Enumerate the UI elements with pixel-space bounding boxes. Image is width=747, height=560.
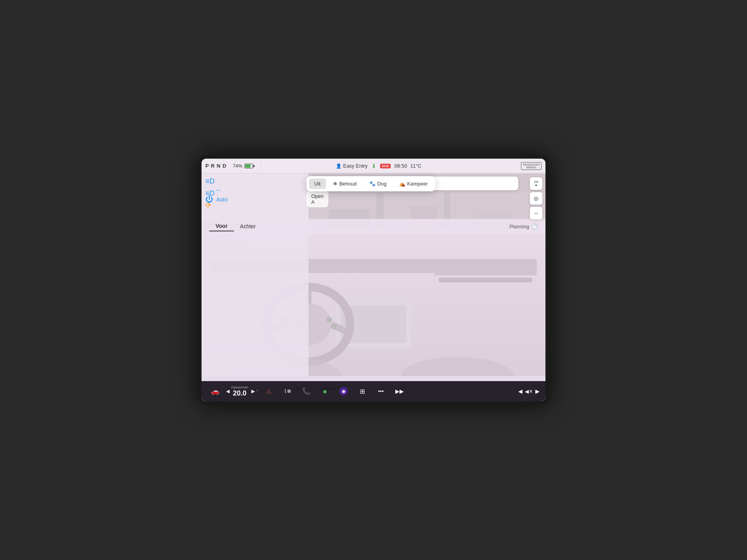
climate-option-dog[interactable]: 🐾 Dog (364, 178, 392, 189)
power-button[interactable]: ⏻ (205, 195, 213, 204)
airbag-line1: PASSENGER (523, 163, 540, 166)
battery-body (244, 164, 253, 168)
nav-next[interactable]: ▶ (535, 388, 540, 394)
power-section[interactable]: ⏻ Auto (205, 195, 228, 204)
battery-section: 74% (233, 163, 254, 169)
temperature-section: ◀ Opwarmen 20.0 ▶ ° (226, 385, 258, 397)
open-a-button[interactable]: OpenA (307, 191, 328, 207)
tesla-screen: P R N D 74% 👤 Easy Entry ⬇ SOS (202, 159, 545, 401)
behoud-label: Behoud (339, 181, 357, 187)
spotify-icon: ● (323, 387, 327, 396)
open-a-label: OpenA (311, 193, 324, 205)
screen-container: P R N D 74% 👤 Easy Entry ⬇ SOS (198, 156, 549, 404)
camera-icon: ◉ (339, 387, 348, 396)
battery-percent: 74% (233, 163, 242, 169)
download-icon: ⬇ (372, 163, 376, 169)
climate-option-uit[interactable]: Uit (309, 178, 326, 189)
sos-badge[interactable]: SOS (380, 164, 391, 168)
profile-section[interactable]: 👤 Easy Entry (336, 163, 368, 169)
compass-arrow: ▲ (535, 183, 538, 187)
icon-row: ≡D ≡D⌒ ⟳ (205, 177, 305, 210)
hvac-tab-achter[interactable]: Achter (234, 222, 262, 231)
status-bar: P R N D 74% 👤 Easy Entry ⬇ SOS (202, 159, 545, 173)
car-icon: 🚗 (211, 387, 219, 396)
media-button[interactable]: ▶▶ (392, 384, 407, 398)
passenger-airbag-indicator: PASSENGER AIRBAG (521, 162, 542, 170)
volume-control[interactable]: ◀✕ (525, 388, 533, 394)
more-button[interactable]: ••• (373, 384, 389, 398)
battery-fill (245, 164, 250, 168)
planning-button[interactable]: Planning 🕐 (509, 224, 538, 229)
map-layer-button[interactable]: ↔ (530, 207, 542, 219)
auto-label: Auto (216, 196, 228, 203)
open-a-panel: OpenA (307, 191, 328, 207)
right-arrow-temp[interactable]: ▶ (251, 388, 255, 394)
compass-direction: ZW (534, 180, 538, 183)
phone-icon: 📞 (302, 387, 310, 396)
outside-temp: 11°C (410, 163, 421, 169)
defrost-front-taskbar[interactable]: ⌇❄ (280, 384, 295, 398)
svg-rect-27 (434, 268, 537, 275)
media-icon: ▶▶ (395, 388, 404, 394)
left-arrow-temp[interactable]: ◀ (226, 388, 230, 394)
planning-label: Planning (509, 224, 529, 229)
svg-point-25 (326, 317, 332, 322)
taskbar-right: ◀ ◀✕ ▶ (518, 388, 540, 394)
temp-display: Opwarmen 20.0 (231, 385, 248, 397)
compass-button[interactable]: ZW ▲ (530, 177, 542, 190)
opwarmen-label: Opwarmen (231, 385, 248, 389)
headlight-icon: ≡D (205, 177, 215, 186)
taskbar: 🚗 ◀ Opwarmen 20.0 ▶ ° ♨ ⌇❄ 📞 (202, 381, 545, 401)
apps-icon: ⊞ (360, 388, 365, 395)
temp-unit: ° (256, 389, 258, 394)
camera-button[interactable]: ◉ (336, 384, 351, 398)
temp-value: 20.0 (233, 389, 246, 397)
map-layer-icon: ↔ (533, 210, 539, 216)
spotify-button[interactable]: ● (317, 384, 333, 398)
seat-heat-taskbar-icon: ♨ (266, 388, 272, 395)
right-status: PASSENGER AIRBAG (521, 162, 542, 170)
battery-tip (253, 165, 254, 167)
hvac-tabs: Voor Achter Planning 🕐 (202, 219, 545, 234)
kampeer-icon: ⛺ (399, 181, 405, 187)
behoud-icon: ❄ (333, 181, 337, 187)
climate-option-behoud[interactable]: ❄ Behoud (328, 178, 362, 189)
headlight-icon-item[interactable]: ≡D (205, 177, 305, 186)
svg-rect-28 (439, 278, 532, 282)
nav-prev[interactable]: ◀ (518, 388, 523, 394)
location-button[interactable]: ◎ (530, 192, 542, 205)
planning-icon: 🕐 (531, 224, 538, 229)
more-icon: ••• (378, 388, 384, 394)
clock: 08:50 (395, 163, 407, 169)
prnd-display: P R N D (205, 163, 226, 169)
volume-muted-icon: ◀✕ (525, 388, 533, 394)
svg-point-26 (331, 324, 337, 329)
seat-heat-taskbar[interactable]: ♨ (261, 384, 277, 398)
battery-icon (244, 164, 254, 168)
easy-entry-label: Easy Entry (343, 163, 368, 169)
uit-label: Uit (314, 181, 321, 187)
climate-option-kampeer[interactable]: ⛺ Kampeer (394, 178, 433, 189)
center-status: 👤 Easy Entry ⬇ SOS 08:50 11°C (336, 163, 421, 169)
time-display: 08:50 11°C (395, 163, 422, 169)
kampeer-label: Kampeer (407, 181, 428, 187)
phone-button[interactable]: 📞 (298, 384, 314, 398)
defrost-front-taskbar-icon: ⌇❄ (284, 388, 291, 394)
map-controls: ZW ▲ ◎ ↔ (530, 177, 542, 219)
climate-dropdown: Uit ❄ Behoud 🐾 Dog ⛺ Kampeer (307, 176, 435, 191)
hvac-tab-voor[interactable]: Voor (209, 221, 234, 231)
car-button[interactable]: 🚗 (207, 384, 223, 398)
dog-icon: 🐾 (369, 181, 375, 187)
airbag-line2: AIRBAG (526, 166, 536, 169)
apps-button[interactable]: ⊞ (354, 384, 370, 398)
profile-icon: 👤 (336, 163, 342, 169)
left-panel: ≡D ≡D⌒ ⟳ OpenVoorbak 🔓 (202, 173, 309, 381)
dog-label: Dog (377, 181, 387, 187)
location-icon: ◎ (534, 195, 538, 201)
